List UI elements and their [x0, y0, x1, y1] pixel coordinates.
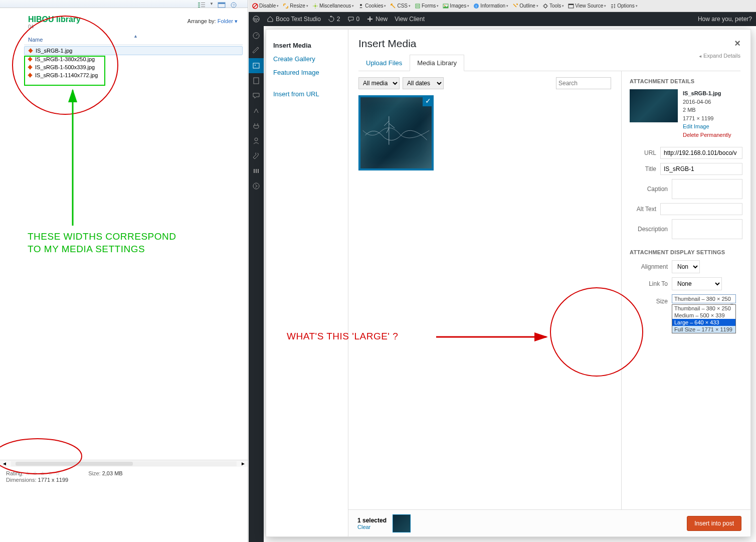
- annotation-green-text: THESE WIDTHS CORRESPONDTO MY MEDIA SETTI…: [28, 231, 176, 255]
- svg-text:i: i: [476, 4, 477, 9]
- preview-icon[interactable]: [218, 1, 226, 7]
- sb-media-icon[interactable]: [249, 58, 264, 73]
- search-input[interactable]: [556, 77, 611, 89]
- devtool-tools[interactable]: Tools▾: [541, 3, 565, 9]
- expand-details-link[interactable]: Expand Details: [698, 53, 740, 59]
- green-annotation-box: [24, 56, 105, 86]
- svg-rect-2: [198, 7, 200, 8]
- devtool-outline[interactable]: Outline▾: [511, 3, 540, 9]
- url-input[interactable]: [660, 147, 742, 159]
- wp-logo[interactable]: [253, 16, 260, 23]
- svg-rect-14: [416, 4, 420, 8]
- tab-upload-files[interactable]: Upload Files: [358, 55, 410, 71]
- devtool-css[interactable]: CSS▾: [389, 3, 412, 9]
- devtool-info[interactable]: iInformation▾: [472, 3, 510, 9]
- sb-dashboard-icon[interactable]: [249, 28, 264, 43]
- filter-date-select[interactable]: All dates: [403, 77, 444, 89]
- attachment-date: 2016-04-06: [683, 98, 731, 106]
- comments-link[interactable]: 0: [347, 16, 360, 23]
- devtool-resize[interactable]: Resize▾: [281, 3, 310, 9]
- alt-input[interactable]: [660, 203, 742, 215]
- details-heading: ATTACHMENT DETAILS: [630, 78, 742, 84]
- modal-nav-featured-image[interactable]: Featured Image: [273, 66, 341, 79]
- svg-rect-5: [201, 7, 205, 7]
- column-header-name[interactable]: Name ▲: [24, 35, 243, 45]
- description-input[interactable]: [672, 219, 742, 239]
- svg-point-39: [253, 183, 259, 189]
- svg-rect-24: [611, 5, 613, 5]
- svg-rect-4: [201, 5, 205, 5]
- attachment-filesize: 2 MB: [683, 106, 731, 114]
- site-link[interactable]: Boco Text Studio: [267, 16, 321, 23]
- sb-tools-icon[interactable]: [249, 148, 264, 163]
- devtool-viewsource[interactable]: View Source▾: [566, 3, 608, 9]
- devtool-disable[interactable]: Disable▾: [251, 3, 280, 9]
- sb-settings-icon[interactable]: [249, 163, 264, 178]
- arrange-value[interactable]: Folder ▾: [218, 18, 238, 24]
- dimensions-value: 1771 x 1199: [38, 477, 69, 483]
- svg-rect-25: [611, 6, 613, 7]
- explorer-toolbar: ▼ ?: [0, 0, 248, 8]
- greeting[interactable]: How are you, peter?: [698, 16, 752, 23]
- sb-appearance-icon[interactable]: [249, 103, 264, 118]
- modal-nav-insert-url[interactable]: Insert from URL: [273, 87, 341, 101]
- help-icon[interactable]: ?: [230, 1, 238, 7]
- filter-type-select[interactable]: All media items: [358, 77, 400, 89]
- caption-input[interactable]: [672, 179, 742, 199]
- selected-count: 1 selected: [357, 517, 387, 524]
- check-icon: ✓: [423, 95, 434, 106]
- devtool-cookies[interactable]: Cookies▾: [356, 3, 388, 9]
- dropdown-arrow-icon[interactable]: ▼: [210, 2, 214, 6]
- wp-sidebar-collapsed: [249, 26, 264, 542]
- delete-link[interactable]: Delete Permanently: [683, 131, 731, 139]
- title-input[interactable]: [660, 163, 742, 175]
- devtool-misc[interactable]: Miscellaneous▾: [311, 3, 355, 9]
- image-file-icon: [28, 48, 34, 54]
- sb-posts-icon[interactable]: [249, 43, 264, 58]
- svg-point-29: [614, 7, 615, 8]
- media-thumbnail[interactable]: ✓: [358, 95, 434, 170]
- attachment-details: ATTACHMENT DETAILS IS_sRGB-1.jpg 2016-04…: [621, 71, 750, 509]
- modal-nav-create-gallery[interactable]: Create Gallery: [273, 52, 341, 66]
- sb-comments-icon[interactable]: [249, 88, 264, 103]
- new-link[interactable]: New: [366, 16, 388, 23]
- size-option-thumbnail[interactable]: Thumbnail – 380 × 250: [672, 305, 735, 312]
- svg-line-11: [253, 4, 257, 8]
- modal-footer: 1 selected Clear Insert into post: [348, 509, 750, 536]
- footer-thumbnail[interactable]: [393, 514, 411, 532]
- size-select[interactable]: Thumbnail – 380 × 250 ▾: [672, 294, 736, 303]
- sb-users-icon[interactable]: [249, 133, 264, 148]
- size-option-full[interactable]: Full Size – 1771 × 1199: [672, 326, 735, 333]
- insert-button[interactable]: Insert into post: [687, 516, 741, 531]
- devtool-forms[interactable]: Forms▾: [413, 3, 440, 9]
- clear-link[interactable]: Clear: [357, 524, 387, 530]
- tab-media-library[interactable]: Media Library: [410, 55, 464, 71]
- view-icon[interactable]: [198, 1, 206, 7]
- modal-nav-insert-media[interactable]: Insert Media: [273, 39, 341, 52]
- view-client-link[interactable]: View Client: [395, 16, 425, 23]
- file-row[interactable]: IS_sRGB-1.jpg: [24, 46, 243, 55]
- arrange-by[interactable]: Arrange by: Folder ▾: [187, 18, 238, 25]
- browser-panel: Disable▾ Resize▾ Miscellaneous▾ Cookies▾…: [249, 0, 756, 542]
- folder-subtitle: 04: [28, 24, 241, 30]
- sb-plugins-icon[interactable]: [249, 118, 264, 133]
- svg-rect-34: [254, 78, 259, 84]
- size-option-large[interactable]: Large – 640 × 433: [672, 319, 735, 326]
- sb-collapse-icon[interactable]: [249, 178, 264, 194]
- webdev-toolbar: Disable▾ Resize▾ Miscellaneous▾ Cookies▾…: [249, 0, 756, 12]
- updates-link[interactable]: 2: [328, 16, 340, 23]
- devtool-images[interactable]: Images▾: [441, 3, 471, 9]
- linkto-select[interactable]: None: [672, 277, 722, 290]
- edit-image-link[interactable]: Edit Image: [683, 122, 731, 131]
- sb-pages-icon[interactable]: [249, 73, 264, 88]
- attachment-filename: IS_sRGB-1.jpg: [683, 89, 731, 98]
- devtool-options[interactable]: Options▾: [609, 3, 639, 9]
- rating-stars[interactable]: ☆ ☆ ☆ ☆ ☆: [25, 470, 61, 476]
- horizontal-scrollbar[interactable]: ◄ ►: [0, 460, 248, 467]
- svg-point-13: [360, 4, 362, 6]
- alignment-select[interactable]: None: [672, 260, 700, 273]
- close-button[interactable]: ×: [734, 38, 740, 49]
- svg-rect-32: [253, 63, 259, 68]
- size-option-medium[interactable]: Medium – 500 × 339: [672, 312, 735, 319]
- svg-rect-38: [258, 169, 259, 173]
